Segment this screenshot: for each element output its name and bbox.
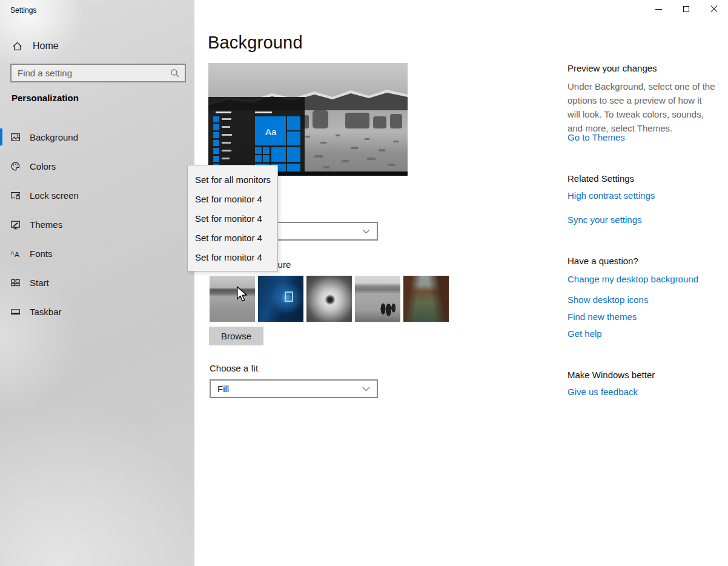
high-contrast-link[interactable]: High contrast settings [568,190,719,201]
page-title: Background [208,33,303,53]
settings-window: Settings Home Personalization [0,0,728,566]
svg-text:A: A [15,250,19,258]
get-help-link[interactable]: Get help [568,328,719,339]
sidebar-item-label: Background [30,132,78,142]
fonts-icon: A A [10,248,21,259]
picture-thumbnails [210,276,449,322]
search-icon[interactable] [170,68,179,78]
taskbar-icon [10,307,21,317]
background-preview: Aa [208,63,408,176]
menu-item-set-monitor-4[interactable]: Set for monitor 4 [188,189,277,208]
sidebar-item-start[interactable]: Start [0,270,194,295]
caption-buttons [644,0,728,18]
sidebar-item-taskbar[interactable]: Taskbar [0,299,194,324]
sidebar-item-label: Taskbar [30,307,62,317]
find-new-themes-link[interactable]: Find new themes [568,311,719,322]
change-background-link[interactable]: Change my desktop background [568,274,719,284]
show-desktop-icons-link[interactable]: Show desktop icons [568,295,719,305]
sidebar-item-colors[interactable]: Colors [0,154,194,178]
fit-dropdown-value: Fill [211,384,229,394]
set-background-context-menu: Set for all monitors Set for monitor 4 S… [187,165,278,271]
home-icon [12,41,22,52]
sidebar-item-home[interactable]: Home [12,38,182,55]
related-settings-heading: Related Settings [568,173,719,184]
close-button[interactable] [700,0,728,18]
sidebar-item-lock-screen[interactable]: Lock screen [0,183,194,207]
make-windows-better-heading: Make Windows better [568,370,719,380]
sidebar-item-label: Fonts [30,248,53,259]
close-icon [710,5,718,13]
menu-item-set-all-monitors[interactable]: Set for all monitors [188,170,277,189]
themes-icon [10,219,21,230]
menu-item-set-monitor-4[interactable]: Set for monitor 4 [188,247,277,267]
lock-screen-icon [10,190,21,201]
colors-icon [10,161,21,171]
preview-aa-tile-label: Aa [265,127,277,137]
thumbnail-dandelion[interactable] [306,276,352,322]
start-icon [10,278,21,288]
sidebar-section-heading: Personalization [12,93,79,103]
menu-item-set-monitor-4[interactable]: Set for monitor 4 [188,208,277,228]
thumbnail-hikers-bw[interactable] [355,276,400,322]
chevron-down-icon [362,387,370,391]
preview-changes-heading: Preview your changes [568,63,719,73]
have-question-heading: Have a question? [568,256,719,266]
choose-fit-label: Choose a fit [210,363,258,373]
sidebar-item-label: Colors [30,161,56,171]
menu-item-set-monitor-4[interactable]: Set for monitor 4 [188,228,277,247]
thumbnail-canyon-color[interactable] [403,276,449,322]
search-box [10,64,186,82]
svg-text:A: A [11,250,15,256]
selected-accent-bar [0,128,2,145]
windows-logo-glow [285,291,293,302]
minimize-icon [655,9,662,10]
preview-changes-body: Under Background, select one of the opti… [568,79,716,135]
sync-settings-link[interactable]: Sync your settings [568,215,719,225]
sidebar-item-label: Start [30,278,49,288]
go-to-themes-link[interactable]: Go to Themes [568,132,719,142]
sidebar-item-themes[interactable]: Themes [0,212,194,236]
minimize-button[interactable] [644,0,672,18]
background-icon [10,132,21,142]
maximize-button[interactable] [672,0,700,18]
sidebar-item-label: Lock screen [30,190,79,201]
maximize-icon [683,6,689,12]
thumbnail-windows-hero[interactable] [258,276,303,322]
give-feedback-link[interactable]: Give us feedback [568,387,719,397]
sidebar-item-fonts[interactable]: A A Fonts [0,241,194,265]
search-input[interactable] [12,68,170,78]
thumbnail-desert-bw[interactable] [210,276,255,322]
sidebar-item-label: Home [33,41,59,52]
window-title: Settings [10,6,36,15]
sidebar: Settings Home Personalization [0,0,194,566]
sidebar-item-label: Themes [30,219,62,230]
fit-dropdown[interactable]: Fill [210,379,378,398]
sidebar-item-background[interactable]: Background [0,125,194,149]
browse-button[interactable]: Browse [209,327,263,345]
chevron-down-icon [362,229,370,234]
